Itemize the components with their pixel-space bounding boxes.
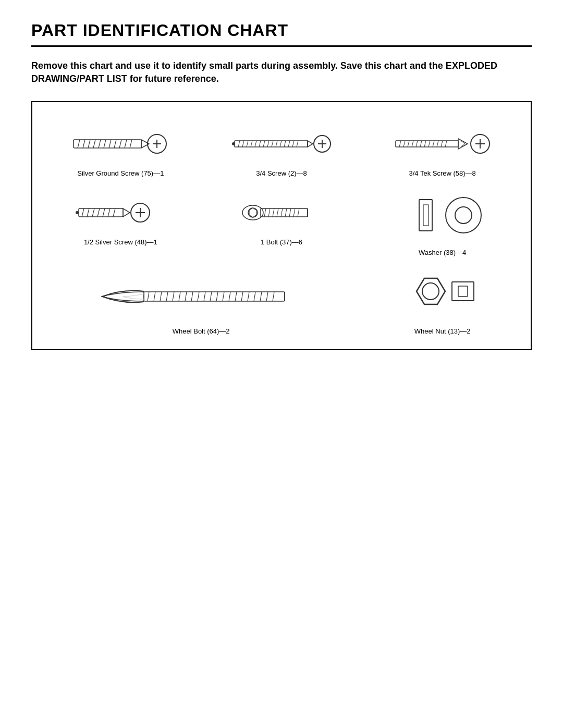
svg-line-4: [93, 140, 95, 148]
svg-line-9: [119, 140, 121, 148]
svg-point-79: [242, 205, 263, 220]
svg-rect-56: [79, 208, 123, 217]
svg-line-89: [148, 292, 149, 301]
svg-marker-64: [123, 208, 130, 217]
svg-line-26: [276, 141, 277, 147]
svg-line-49: [445, 141, 447, 147]
screw-2-8-label: 3/4 Screw (2)—8: [256, 169, 307, 178]
page-subtitle: Remove this chart and use it to identify…: [31, 59, 532, 85]
svg-line-42: [416, 141, 418, 147]
svg-line-18: [242, 141, 244, 147]
svg-line-109: [273, 292, 274, 301]
svg-point-82: [248, 208, 258, 217]
svg-line-17: [238, 141, 240, 147]
svg-line-23: [263, 141, 265, 147]
svg-rect-69: [261, 208, 308, 217]
svg-line-45: [429, 141, 430, 147]
svg-marker-32: [308, 141, 313, 147]
svg-line-78: [298, 208, 299, 217]
wheel-bolt-icon: [87, 270, 316, 323]
svg-line-99: [210, 292, 212, 301]
svg-point-65: [76, 211, 79, 214]
wheel-nut-cell: Wheel Nut (13)—2: [364, 265, 520, 339]
svg-line-75: [285, 208, 287, 217]
half-silver-screw-label: 1/2 Silver Screw (48)—1: [84, 238, 157, 247]
svg-line-5: [99, 140, 101, 148]
svg-line-21: [255, 141, 256, 147]
svg-line-22: [259, 141, 261, 147]
svg-marker-50: [458, 139, 468, 149]
svg-line-74: [281, 208, 283, 217]
svg-line-93: [173, 292, 174, 301]
svg-line-57: [82, 208, 84, 217]
svg-line-71: [268, 208, 270, 217]
svg-line-108: [266, 292, 268, 301]
svg-line-58: [87, 208, 89, 217]
bolt-icon: [229, 192, 334, 233]
wheel-nut-label: Wheel Nut (13)—2: [414, 327, 471, 336]
svg-line-40: [408, 141, 409, 147]
svg-line-46: [433, 141, 434, 147]
svg-point-86: [446, 198, 481, 233]
svg-line-38: [399, 141, 401, 147]
svg-line-96: [191, 292, 193, 301]
svg-line-104: [241, 292, 243, 301]
svg-line-31: [297, 141, 298, 147]
svg-line-94: [179, 292, 180, 301]
svg-marker-111: [417, 278, 445, 304]
svg-line-60: [97, 208, 100, 217]
svg-line-39: [403, 141, 405, 147]
svg-line-77: [293, 208, 295, 217]
bolt-cell: 1 Bolt (37)—6: [204, 187, 360, 260]
svg-line-102: [229, 292, 230, 301]
svg-line-72: [273, 208, 274, 217]
svg-line-107: [260, 292, 262, 301]
washer-cell: Washer (38)—4: [364, 187, 520, 260]
screw-2-8-icon: [229, 123, 334, 165]
svg-line-27: [280, 141, 282, 147]
svg-line-19: [247, 141, 248, 147]
svg-line-20: [251, 141, 252, 147]
svg-line-6: [104, 140, 106, 148]
wheel-bolt-label: Wheel Bolt (64)—2: [173, 327, 230, 336]
svg-line-30: [292, 141, 294, 147]
svg-line-76: [289, 208, 291, 217]
svg-line-73: [277, 208, 278, 217]
washer-label: Washer (38)—4: [419, 248, 466, 257]
half-silver-screw-icon: [68, 192, 173, 233]
svg-line-101: [223, 292, 224, 301]
wheel-bolt-cell: Wheel Bolt (64)—2: [43, 265, 359, 339]
wheel-nut-icon: [390, 270, 495, 323]
svg-rect-85: [423, 205, 429, 226]
svg-rect-88: [144, 292, 285, 301]
svg-line-62: [108, 208, 110, 217]
svg-line-3: [88, 140, 90, 148]
svg-line-43: [420, 141, 422, 147]
svg-line-63: [113, 208, 115, 217]
svg-line-47: [437, 141, 438, 147]
tek-screw-label: 3/4 Tek Screw (58)—8: [409, 169, 475, 178]
svg-line-44: [424, 141, 426, 147]
svg-line-90: [154, 292, 155, 301]
page-title: PART IDENTIFICATION CHART: [31, 21, 532, 47]
screw-2-8-cell: 3/4 Screw (2)—8: [204, 118, 360, 181]
svg-line-91: [160, 292, 162, 301]
svg-line-2: [83, 140, 85, 148]
svg-line-24: [267, 141, 269, 147]
svg-line-59: [92, 208, 94, 217]
svg-line-7: [109, 140, 111, 148]
svg-point-87: [455, 207, 472, 224]
svg-line-70: [264, 208, 266, 217]
svg-line-8: [114, 140, 116, 148]
svg-line-28: [284, 141, 286, 147]
svg-line-92: [166, 292, 168, 301]
svg-line-61: [103, 208, 105, 217]
svg-rect-114: [458, 286, 468, 297]
svg-line-29: [288, 141, 290, 147]
parts-chart: Silver Ground Screw (75)—1: [31, 101, 532, 350]
half-silver-screw-cell: 1/2 Silver Screw (48)—1: [43, 187, 199, 260]
svg-rect-113: [452, 282, 474, 301]
silver-ground-screw-icon: [68, 123, 173, 165]
svg-line-98: [204, 292, 205, 301]
silver-ground-screw-label: Silver Ground Screw (75)—1: [77, 169, 164, 178]
